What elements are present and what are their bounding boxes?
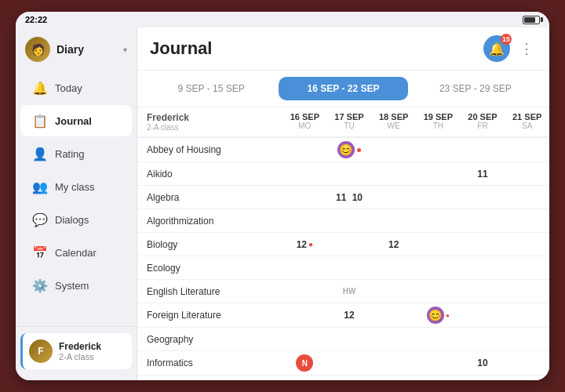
cell [461, 289, 505, 295]
cell [282, 194, 327, 201]
emoji-avatar: 😊 [337, 141, 355, 158]
cell: 12 [327, 307, 372, 324]
th-weekday-4: TH [419, 122, 457, 130]
th-weekday-5: FR [464, 122, 502, 130]
cell [371, 194, 416, 201]
cell: 10 [461, 354, 505, 372]
sidebar-label-journal: Journal [55, 115, 92, 127]
rating-icon: 👤 [31, 145, 49, 162]
cell [371, 171, 416, 177]
cell [371, 360, 416, 366]
user-name: Frederick [59, 341, 101, 352]
sidebar-label-rating: Rating [55, 148, 85, 160]
cell: 😊 ● [416, 303, 461, 327]
week-tabs: 9 SEP - 15 SEP 16 SEP - 22 SEP 23 SEP - … [137, 71, 549, 107]
th-date-4: 19 SEP [419, 112, 457, 122]
journal-icon: 📋 [31, 112, 49, 129]
time: 22:22 [25, 15, 47, 24]
page-title: Journal [150, 38, 212, 59]
week-tab-2[interactable]: 16 SEP - 22 SEP [279, 77, 407, 100]
sidebar: 🧑 Diary ▾ 🔔 Today 📋 Journal 👤 Rating 👥 M… [16, 27, 137, 380]
cell [371, 289, 416, 295]
more-button[interactable]: ⋮ [516, 37, 537, 60]
cell [371, 147, 416, 153]
th-date-5: 20 SEP [464, 112, 502, 122]
user-info: Frederick 2-A class [59, 341, 101, 361]
table-row: Aikido 11 [137, 162, 549, 186]
header-actions: 🔔 15 ⋮ [483, 35, 537, 62]
subject-name: Informatics [137, 353, 282, 373]
cell [282, 336, 327, 343]
cell [282, 147, 327, 153]
th-student: Frederick 2-A class [137, 107, 282, 136]
status-bar: 22:22 [16, 12, 549, 27]
week-tab-1[interactable]: 9 SEP - 15 SEP [147, 77, 275, 100]
cell [416, 360, 461, 366]
cell [461, 241, 505, 248]
subject-name: Geography [137, 329, 282, 350]
cell [371, 218, 416, 224]
subject-name: Biology [137, 234, 282, 255]
battery-icon [523, 16, 540, 24]
sidebar-item-journal[interactable]: 📋 Journal [20, 105, 132, 136]
dialogs-icon: 💬 [31, 211, 49, 228]
emoji-avatar: 😊 [427, 307, 444, 324]
subject-name: Algebra [137, 187, 282, 208]
week-tab-3[interactable]: 23 SEP - 29 SEP [411, 77, 540, 100]
sidebar-item-today[interactable]: 🔔 Today [20, 72, 132, 103]
cell [505, 336, 549, 343]
subject-name: Abbey of Housing [137, 140, 282, 160]
diary-avatar: 🧑 [25, 37, 50, 62]
sidebar-item-dialogs[interactable]: 💬 Dialogs [20, 204, 132, 235]
sidebar-label-myclass: My class [55, 181, 95, 193]
sidebar-label-system: System [55, 280, 89, 292]
journal-table: Frederick 2-A class 16 SEP MO 17 SEP TU … [137, 107, 549, 380]
cell [461, 194, 505, 201]
cell [416, 194, 461, 201]
sidebar-item-myclass[interactable]: 👥 My class [20, 171, 132, 202]
cell: 11 10 [327, 189, 372, 206]
cell [416, 218, 461, 224]
cell [327, 336, 372, 343]
grade-avatar: N [296, 354, 313, 372]
cell [505, 218, 549, 224]
sidebar-item-rating[interactable]: 👤 Rating [20, 138, 132, 169]
subject-name: Aikido [137, 164, 282, 184]
content-header: Journal 🔔 15 ⋮ [137, 27, 549, 71]
subject-name: Ecology [137, 258, 282, 278]
cell [416, 265, 461, 271]
table-row: Geography [137, 328, 549, 351]
cell [282, 171, 327, 177]
cell [371, 312, 416, 318]
user-class: 2-A class [59, 352, 101, 361]
cell [505, 312, 549, 318]
table-row: Algorithmization [137, 209, 549, 233]
cell [282, 265, 327, 271]
cell [416, 289, 461, 295]
myclass-icon: 👥 [31, 178, 49, 195]
cell: 11 [461, 165, 505, 183]
sidebar-item-system[interactable]: ⚙️ System [20, 270, 132, 301]
cell [416, 171, 461, 177]
user-avatar: F [29, 339, 53, 363]
table-row: Ecology [137, 256, 549, 280]
subject-name: Foreign Literature [137, 305, 282, 325]
cell [327, 360, 372, 366]
diary-header[interactable]: 🧑 Diary ▾ [16, 32, 137, 67]
notification-button[interactable]: 🔔 15 [483, 35, 510, 62]
cell [327, 218, 372, 224]
chevron-down-icon: ▾ [123, 45, 127, 54]
current-user-item[interactable]: F Frederick 2-A class [20, 333, 132, 369]
cell: 😊 [327, 138, 372, 162]
user-section: F Frederick 2-A class [16, 326, 137, 376]
cell [505, 147, 549, 153]
th-day-4: 19 SEP TH [416, 107, 461, 136]
sidebar-item-calendar[interactable]: 📅 Calendar [20, 237, 132, 268]
cell [505, 194, 549, 201]
table-row: English Literature HW [137, 280, 549, 303]
th-weekday-2: TU [330, 122, 369, 130]
th-day-1: 16 SEP MO [282, 107, 327, 136]
cell: N [282, 351, 327, 375]
cell [505, 171, 549, 177]
cell [461, 147, 505, 153]
